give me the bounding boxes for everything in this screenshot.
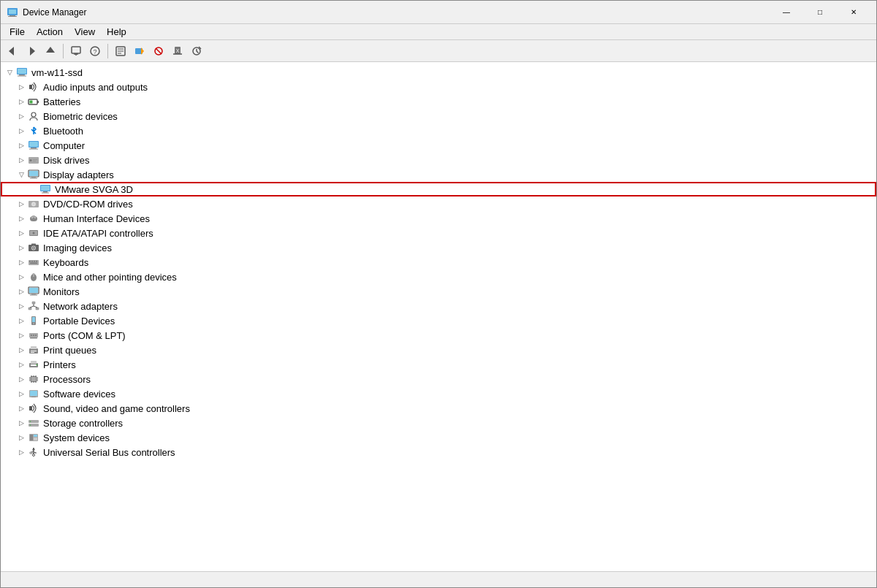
- tree-item-computer[interactable]: ▷ Computer: [1, 138, 876, 153]
- svg-rect-55: [32, 215, 35, 218]
- biometric-expand-icon[interactable]: ▷: [15, 110, 27, 122]
- tree-root[interactable]: ▽ vm-w11-ssd: [1, 65, 876, 80]
- disk-icon: [27, 154, 40, 166]
- status-bar: [1, 571, 876, 587]
- tree-item-hid[interactable]: ▷ Human Interface Devices: [1, 211, 876, 226]
- svg-rect-42: [29, 171, 38, 176]
- toolbar-sep-1: [63, 44, 64, 58]
- tree-item-sound[interactable]: ▷ Sound, video and game controllers: [1, 401, 876, 416]
- svg-rect-122: [34, 435, 37, 437]
- tree-item-keyboards[interactable]: ▷ Keyboards: [1, 255, 876, 270]
- monitors-expand-icon[interactable]: ▷: [15, 286, 27, 297]
- tree-item-usb[interactable]: ▷ Universal Serial Bus controllers: [1, 445, 876, 459]
- tree-item-display[interactable]: ▽ Display adapters: [1, 167, 876, 182]
- tree-item-monitors[interactable]: ▷ Monitors: [1, 284, 876, 299]
- tree-item-software[interactable]: ▷ Software devices: [1, 386, 876, 401]
- keyboards-expand-icon[interactable]: ▷: [15, 256, 27, 268]
- toolbar-update-button[interactable]: [131, 42, 148, 60]
- tree-item-vmware[interactable]: VMware SVGA 3D: [1, 182, 876, 196]
- root-label: vm-w11-ssd: [31, 67, 83, 78]
- bluetooth-expand-icon[interactable]: ▷: [15, 125, 27, 137]
- printers-expand-icon[interactable]: ▷: [15, 359, 27, 370]
- svg-rect-48: [42, 193, 49, 194]
- tree-item-ports[interactable]: ▷ Ports (COM & LPT): [1, 328, 876, 343]
- tree-item-network[interactable]: ▷ Network adapters: [1, 299, 876, 313]
- svg-line-80: [30, 306, 34, 308]
- ports-label: Ports (COM & LPT): [43, 330, 126, 341]
- usb-icon: [27, 446, 40, 458]
- hid-expand-icon[interactable]: ▷: [15, 213, 27, 224]
- toolbar-show-button[interactable]: [67, 42, 85, 60]
- menu-help[interactable]: Help: [101, 25, 132, 39]
- svg-rect-75: [30, 295, 37, 296]
- monitor-icon: [27, 286, 40, 297]
- device-tree[interactable]: ▽ vm-w11-ssd ▷ Aud: [1, 62, 876, 571]
- network-expand-icon[interactable]: ▷: [15, 300, 27, 312]
- display-expand-icon[interactable]: ▽: [15, 169, 27, 180]
- tree-item-bluetooth[interactable]: ▷ Bluetooth: [1, 123, 876, 138]
- minimize-button[interactable]: —: [770, 1, 803, 24]
- tree-item-audio[interactable]: ▷ Audio inputs and outputs: [1, 80, 876, 94]
- tree-item-imaging[interactable]: ▷ Imaging devices: [1, 240, 876, 255]
- svg-rect-34: [29, 142, 38, 147]
- usb-expand-icon[interactable]: ▷: [15, 446, 27, 458]
- maximize-button[interactable]: □: [803, 1, 837, 24]
- tree-item-biometric[interactable]: ▷ Biometric devices: [1, 109, 876, 123]
- batteries-expand-icon[interactable]: ▷: [15, 96, 27, 107]
- tree-item-dvd[interactable]: ▷ DVD/CD-ROM drives: [1, 196, 876, 211]
- tree-item-printqueues[interactable]: ▷ Print queues: [1, 343, 876, 357]
- toolbar-help-button[interactable]: ?: [86, 42, 104, 60]
- tree-item-disk[interactable]: ▷ Disk drives: [1, 153, 876, 167]
- svg-rect-39: [33, 159, 37, 160]
- printqueues-expand-icon[interactable]: ▷: [15, 344, 27, 356]
- ports-expand-icon[interactable]: ▷: [15, 329, 27, 341]
- toolbar-back-button[interactable]: [4, 42, 21, 60]
- toolbar-forward-button[interactable]: [23, 42, 40, 60]
- tree-item-batteries[interactable]: ▷ Batteries: [1, 94, 876, 109]
- tree-item-system[interactable]: ▷ System devices: [1, 430, 876, 445]
- tree-item-printers[interactable]: ▷ Printers: [1, 357, 876, 372]
- tree-item-portable[interactable]: ▷ Portable Devices: [1, 313, 876, 328]
- menu-file[interactable]: File: [4, 25, 31, 39]
- tree-item-ide[interactable]: ▷ IDE ATA/ATAPI controllers: [1, 226, 876, 240]
- software-expand-icon[interactable]: ▷: [15, 388, 27, 400]
- toolbar-uninstall-button[interactable]: X: [169, 42, 186, 60]
- computer-expand-icon[interactable]: ▷: [15, 140, 27, 151]
- svg-rect-121: [30, 435, 33, 440]
- system-expand-icon[interactable]: ▷: [15, 432, 27, 443]
- keyboard-icon: [27, 256, 40, 268]
- svg-rect-92: [31, 351, 37, 351]
- network-icon: [27, 300, 40, 312]
- toolbar-properties-button[interactable]: [112, 42, 129, 60]
- close-button[interactable]: ✕: [837, 1, 870, 24]
- toolbar-scan-button[interactable]: [188, 42, 205, 60]
- dvd-expand-icon[interactable]: ▷: [15, 198, 27, 210]
- toolbar-up-button[interactable]: [42, 42, 59, 60]
- tree-item-processors[interactable]: ▷ Proces: [1, 372, 876, 386]
- biometric-icon: [27, 110, 40, 122]
- imaging-expand-icon[interactable]: ▷: [15, 242, 27, 253]
- bluetooth-label: Bluetooth: [43, 126, 83, 137]
- root-expand-icon[interactable]: ▽: [4, 66, 15, 78]
- disk-expand-icon[interactable]: ▷: [15, 154, 27, 166]
- tree-item-mice[interactable]: ▷ Mice and other pointing devices: [1, 270, 876, 284]
- biometric-label: Biometric devices: [43, 111, 118, 122]
- tree-item-storage[interactable]: ▷ Storage controllers: [1, 416, 876, 430]
- menu-action[interactable]: Action: [31, 25, 69, 39]
- audio-expand-icon[interactable]: ▷: [15, 81, 27, 93]
- storage-expand-icon[interactable]: ▷: [15, 417, 27, 429]
- ide-expand-icon[interactable]: ▷: [15, 227, 27, 239]
- toolbar-disable-button[interactable]: [150, 42, 167, 60]
- processors-expand-icon[interactable]: ▷: [15, 373, 27, 385]
- window-icon: [7, 7, 18, 18]
- svg-point-88: [35, 335, 37, 336]
- svg-rect-31: [30, 101, 33, 104]
- usb-label: Universal Serial Bus controllers: [43, 447, 175, 458]
- svg-rect-27: [18, 76, 26, 77]
- svg-text:?: ?: [93, 48, 96, 56]
- menu-view[interactable]: View: [69, 25, 101, 39]
- sound-expand-icon[interactable]: ▷: [15, 402, 27, 414]
- mice-expand-icon[interactable]: ▷: [15, 271, 27, 283]
- svg-rect-67: [36, 261, 37, 262]
- portable-expand-icon[interactable]: ▷: [15, 315, 27, 327]
